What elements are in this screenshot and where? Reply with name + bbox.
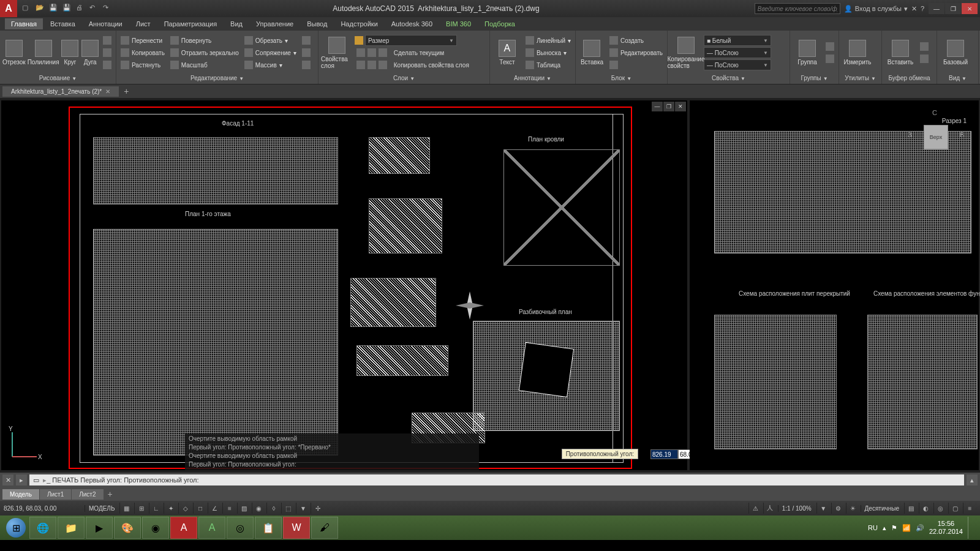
lineweight-combo[interactable]: — ПоСлою▼ [704,59,771,70]
base-view-button[interactable]: Базовый [940,33,971,72]
matchprops-button[interactable]: Копирование свойств [670,33,702,72]
cycling-icon[interactable]: ◉ [252,503,265,514]
draw-extra-1[interactable] [101,35,113,46]
clean-screen-icon[interactable]: ▢ [948,503,962,514]
copy-button[interactable]: Копировать [119,47,167,58]
fillet-button[interactable]: Сопряжение ▾ [243,47,298,58]
tray-flag-icon[interactable]: ⚑ [891,524,897,532]
group-ext2[interactable] [824,53,836,64]
tab-a360[interactable]: Autodesk 360 [385,18,439,29]
taskbar-app5[interactable]: W [283,517,310,539]
layout-sheet1[interactable]: Лист1 [40,489,71,500]
arc-button[interactable]: Дуга [81,33,99,72]
annot-vis-icon[interactable]: ☀ [846,503,859,514]
cut-button[interactable] [918,41,930,52]
taskbar-app4[interactable]: 📋 [255,517,282,539]
layer-props-button[interactable]: Свойства слоя [321,33,353,72]
tab-featured[interactable]: Подборка [478,18,521,29]
start-button[interactable]: ⊞ [2,517,29,539]
customize-icon[interactable]: ≡ [963,503,976,514]
create-block-button[interactable]: Создать [608,35,665,46]
panel-view-title[interactable]: Вид▼ [940,73,976,83]
trim-button[interactable]: Обрезать ▾ [243,35,298,46]
modify-extra-3[interactable] [300,59,312,70]
viewport-right[interactable]: Разрез 1 Схема расположения плит перекры… [690,100,979,470]
isolate-icon[interactable]: ◎ [933,503,947,514]
close-button[interactable]: ✕ [962,3,978,14]
tray-vol-icon[interactable]: 🔊 [916,524,924,532]
cmd-expand-icon[interactable]: ▴ [967,474,978,485]
taskbar-app6[interactable]: 🖌 [311,517,338,539]
text-button[interactable]: AТекст [492,33,522,72]
lang-indicator[interactable]: RU [868,524,878,531]
make-current-button[interactable]: Сделать текущим [355,47,487,58]
group-button[interactable]: Группа [793,33,822,72]
vp-close-icon[interactable]: ✕ [675,102,686,111]
table-button[interactable]: Таблица [524,59,573,70]
tab-annotate[interactable]: Аннотации [83,18,129,29]
polyline-button[interactable]: Полилиния [28,33,59,72]
taskbar-chrome[interactable]: ◉ [142,517,169,539]
scale-button[interactable]: Масштаб [168,59,241,70]
panel-annot-title[interactable]: Аннотации▼ [492,73,573,83]
tab-insert[interactable]: Вставка [44,18,81,29]
panel-block-title[interactable]: Блок▼ [578,73,665,83]
show-desktop-button[interactable] [968,517,974,539]
lwt-icon[interactable]: ≡ [222,503,236,514]
3dosnap-icon[interactable]: ◊ [266,503,280,514]
circle-button[interactable]: Круг [61,33,80,72]
isodraft-icon[interactable]: ◇ [178,503,192,514]
tray-net-icon[interactable]: 📶 [902,524,911,532]
maximize-button[interactable]: ❐ [945,3,961,14]
tab-output[interactable]: Вывод [301,18,333,29]
panel-props-title[interactable]: Свойства▼ [670,73,787,83]
measure-button[interactable]: Измерить [842,33,873,72]
signin-button[interactable]: 👤 Вход в службы ▾ [844,5,908,13]
tab-manage[interactable]: Управление [250,18,300,29]
taskbar-paint[interactable]: 🎨 [114,517,141,539]
gizmo-icon[interactable]: ✢ [311,503,324,514]
viewcube[interactable]: С В З Верх [911,113,960,162]
leader-button[interactable]: Выноска ▾ [524,47,573,58]
tab-parametric[interactable]: Параметризация [158,18,223,29]
qat-saveas-icon[interactable]: 💾 [62,4,72,13]
transparency-icon[interactable]: ▨ [237,503,251,514]
taskbar-app2[interactable]: A [198,517,225,539]
taskbar-ie[interactable]: 🌐 [29,517,56,539]
block-extra[interactable] [608,59,665,70]
qat-new-icon[interactable]: ▢ [22,4,32,13]
cmd-recent-icon[interactable]: ▸ [16,474,27,485]
model-space-button[interactable]: МОДЕЛЬ [85,505,118,512]
layout-model[interactable]: Модель [2,489,39,500]
new-layout-button[interactable]: + [104,489,116,499]
vp-max-icon[interactable]: ❐ [663,102,674,111]
sel-filter-icon[interactable]: ▼ [296,503,309,514]
doc-tab-1[interactable]: Arkhitektura_listy_1_2печать (2)*✕ [2,86,119,97]
taskbar-app3[interactable]: ◎ [227,517,254,539]
array-button[interactable]: Массив ▾ [243,59,298,70]
draw-extra-2[interactable] [101,47,113,58]
color-combo[interactable]: ■ Белый▼ [704,35,771,46]
panel-draw-title[interactable]: Рисование▼ [2,73,113,83]
cmd-close-icon[interactable]: ✕ [2,474,13,485]
insert-block-button[interactable]: Вставка [578,33,606,72]
osnap-icon[interactable]: □ [193,503,206,514]
panel-layers-title[interactable]: Слои▼ [321,73,487,83]
search-input[interactable] [755,3,840,14]
line-button[interactable]: Отрезок [2,33,26,72]
ortho-icon[interactable]: ∟ [149,503,162,514]
minimize-button[interactable]: — [929,3,944,14]
vp-min-icon[interactable]: — [652,102,663,111]
ws-switch-icon[interactable]: ⚙ [831,503,845,514]
match-layer-button[interactable]: Копировать свойства слоя [355,59,487,70]
layer-combo[interactable]: Размер▼ [365,35,457,46]
otrack-icon[interactable]: ∠ [208,503,221,514]
units-display[interactable]: Десятичные [861,505,903,512]
new-tab-button[interactable]: + [120,86,132,96]
panel-modify-title[interactable]: Редактирование▼ [119,73,315,83]
move-button[interactable]: Перенести [119,35,167,46]
scale-display[interactable]: 1:1 / 100% [778,505,815,512]
stretch-button[interactable]: Растянуть [119,59,167,70]
group-ext[interactable] [824,41,836,52]
clock[interactable]: 15:5622.07.2014 [929,520,963,536]
